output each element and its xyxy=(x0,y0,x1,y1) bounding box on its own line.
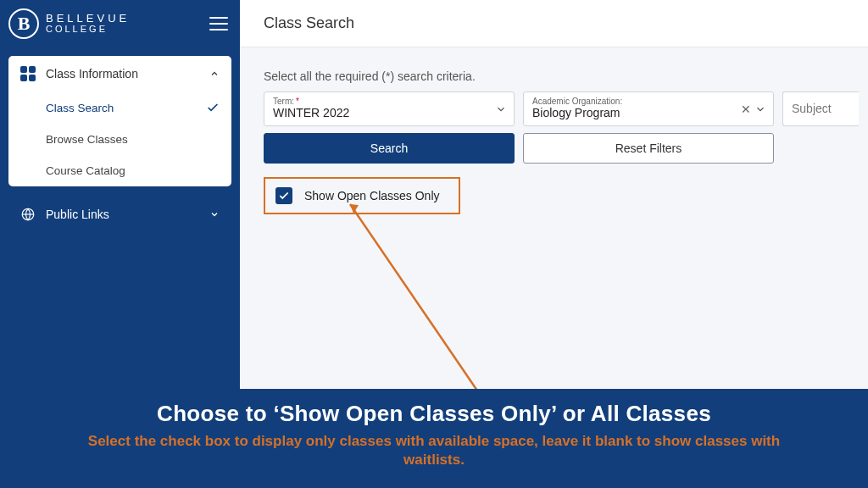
nav-header-public-links[interactable]: Public Links xyxy=(0,195,240,234)
topbar: Class Search xyxy=(240,0,868,47)
reset-filters-button[interactable]: Reset Filters xyxy=(523,133,774,164)
chevron-up-icon xyxy=(209,69,220,79)
nav-item-course-catalog[interactable]: Course Catalog xyxy=(8,155,231,186)
checkmark-icon xyxy=(278,190,290,202)
term-value: WINTER 2022 xyxy=(273,106,505,119)
button-row: Search Reset Filters xyxy=(264,133,868,164)
nav-item-browse-classes[interactable]: Browse Classes xyxy=(8,124,231,155)
check-icon xyxy=(206,101,220,114)
logo-mark-icon: B xyxy=(8,8,39,39)
nav-public-links-label: Public Links xyxy=(46,208,199,221)
banner-title: Choose to ‘Show Open Classes Only’ or Al… xyxy=(25,401,843,427)
nav-item-label: Browse Classes xyxy=(46,133,128,146)
acad-value: Biology Program xyxy=(532,106,765,119)
subject-label: Subject xyxy=(792,97,850,120)
banner-subtitle: Select the check box to display only cla… xyxy=(61,432,807,469)
chevron-down-icon xyxy=(495,103,507,115)
globe-icon xyxy=(20,207,36,222)
chevron-down-icon xyxy=(754,103,766,115)
search-button[interactable]: Search xyxy=(264,133,515,164)
term-select[interactable]: Term:* WINTER 2022 xyxy=(264,92,515,126)
logo-text: BELLEVUE COLLEGE xyxy=(46,13,130,35)
instruction-banner: Choose to ‘Show Open Classes Only’ or Al… xyxy=(0,389,868,488)
clear-icon[interactable]: ✕ xyxy=(741,103,751,116)
nav-item-class-search[interactable]: Class Search xyxy=(8,92,231,124)
logo[interactable]: B BELLEVUE COLLEGE xyxy=(8,8,130,39)
academic-org-select[interactable]: Academic Organization: Biology Program ✕ xyxy=(523,92,774,126)
nav-item-label: Class Search xyxy=(46,102,114,114)
nav-section-title: Class Information xyxy=(46,67,199,80)
instruction-text: Select all the required (*) search crite… xyxy=(264,69,868,83)
sidebar-header: B BELLEVUE COLLEGE xyxy=(0,0,240,47)
hamburger-menu-icon[interactable] xyxy=(209,17,228,30)
filter-row: Term:* WINTER 2022 Academic Organization… xyxy=(264,92,868,126)
search-form: Select all the required (*) search crite… xyxy=(240,47,868,214)
term-label: Term:* xyxy=(273,97,505,106)
show-open-only-highlight: Show Open Classes Only xyxy=(264,177,460,214)
show-open-only-checkbox[interactable] xyxy=(275,187,292,204)
show-open-only-label: Show Open Classes Only xyxy=(304,189,440,202)
grid-icon xyxy=(20,66,36,81)
chevron-down-icon xyxy=(209,209,220,219)
nav-header-class-info[interactable]: Class Information xyxy=(8,56,231,92)
acad-label: Academic Organization: xyxy=(532,97,765,106)
page-title: Class Search xyxy=(264,14,354,32)
nav-section-class-info: Class Information Class Search Browse Cl… xyxy=(8,56,231,186)
subject-select[interactable]: Subject xyxy=(782,92,859,126)
nav-item-label: Course Catalog xyxy=(46,164,125,177)
